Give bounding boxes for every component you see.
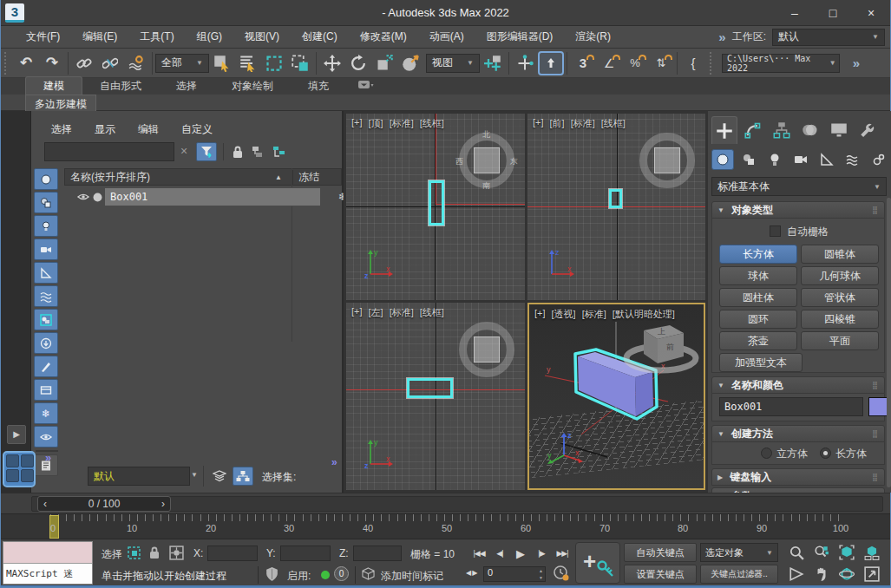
angle-snap-icon[interactable]: ∠ <box>596 51 622 75</box>
eye-icon[interactable] <box>76 193 90 201</box>
menu-file[interactable]: 文件(F) <box>15 29 71 44</box>
radio-box[interactable] <box>820 448 831 459</box>
track-bar[interactable]: 0 10 20 30 40 50 60 70 80 90 100 <box>1 513 890 539</box>
viewport-menu-shading[interactable]: [默认明暗处理] <box>613 308 675 321</box>
expand-panel-button[interactable]: ▶ <box>7 425 26 444</box>
freeze-column-header[interactable]: 冻结 <box>292 170 343 185</box>
filter-shapes-icon[interactable] <box>34 192 58 213</box>
time-slider-handle[interactable]: ‹ 0 / 100 › <box>37 496 171 512</box>
viewport-menu-shading[interactable]: [线框] <box>601 117 626 130</box>
viewport-menu-general[interactable]: [+] <box>534 308 546 321</box>
rollout-object-type[interactable]: ▼ 对象类型 ⣿ <box>711 201 885 219</box>
window-crossing-icon[interactable] <box>287 51 313 75</box>
viewport-perspective-active[interactable]: [+] [透视] [标准] [默认明暗处理] y x <box>527 303 705 490</box>
viewport-layout-tab[interactable] <box>3 451 36 487</box>
button-plane[interactable]: 平面 <box>801 331 879 350</box>
unlink-icon[interactable] <box>97 51 123 75</box>
auto-key-button[interactable]: 自动关键点 <box>624 543 697 562</box>
selection-region-icon[interactable] <box>128 546 141 563</box>
viewcube[interactable]: 北 东 南 西 <box>459 133 514 188</box>
viewport-menu-pov[interactable]: [顶] <box>369 117 383 130</box>
maxscript-macro-field[interactable] <box>3 542 92 564</box>
maximize-button[interactable]: □ <box>814 0 852 26</box>
next-frame-button[interactable]: |▶ <box>532 545 551 562</box>
use-pivot-center-icon[interactable] <box>480 51 506 75</box>
layer-hierarchy-icon[interactable] <box>233 467 253 486</box>
go-to-end-button[interactable]: ▶▶| <box>553 545 572 562</box>
scene-object-row[interactable]: Box001 ❄ <box>64 187 342 206</box>
menu-animation[interactable]: 动画(A) <box>418 29 475 44</box>
rollout-name-color[interactable]: ▼ 名称和颜色 ⣿ <box>711 376 885 394</box>
explorer-menu-edit[interactable]: 编辑 <box>138 122 159 137</box>
category-dropdown[interactable]: 标准基本体 ▼ <box>711 177 887 196</box>
ribbon-tab-freeform[interactable]: 自由形式 <box>82 77 159 95</box>
reference-coordinate-dropdown[interactable]: 视图 ▼ <box>426 54 480 73</box>
zoom-extents-icon[interactable] <box>834 541 859 563</box>
create-spacewarps-icon[interactable] <box>842 149 864 170</box>
field-of-view-icon[interactable] <box>783 563 809 585</box>
ribbon-tab-object-paint[interactable]: 对象绘制 <box>214 77 291 95</box>
filter-lights-icon[interactable] <box>34 215 58 237</box>
object-name[interactable]: Box001 <box>105 188 320 206</box>
button-sphere[interactable]: 球体 <box>719 266 797 285</box>
button-torus[interactable]: 圆环 <box>719 310 797 329</box>
snap-toggle-3d-icon[interactable]: 3 <box>570 51 596 75</box>
keyboard-override-toggle[interactable] <box>538 51 564 75</box>
create-helpers-icon[interactable] <box>816 149 838 170</box>
selected-object-dropdown[interactable]: 选定对象 ▼ <box>700 543 778 562</box>
layer-bar-overflow-icon[interactable]: » <box>331 456 337 468</box>
menu-tools[interactable]: 工具(T) <box>128 29 185 44</box>
viewport-menu-pov[interactable]: [左] <box>369 306 383 319</box>
viewport-menu-pov[interactable]: [前] <box>550 117 565 130</box>
close-button[interactable]: × <box>852 0 890 26</box>
ribbon-config-dropdown-icon[interactable] <box>351 80 381 95</box>
tab-modify[interactable] <box>740 116 766 144</box>
button-tube[interactable]: 管状体 <box>801 288 879 307</box>
select-rotate-icon[interactable] <box>345 51 371 75</box>
create-lights-icon[interactable] <box>763 149 786 170</box>
zoom-extents-all-icon[interactable] <box>859 541 884 563</box>
select-link-icon[interactable] <box>71 51 97 75</box>
radio-cube[interactable] <box>761 448 772 459</box>
radio-box-label[interactable]: 长方体 <box>835 447 867 461</box>
menu-graph-editors[interactable]: 图形编辑器(D) <box>475 29 565 44</box>
create-cameras-icon[interactable] <box>789 149 812 170</box>
object-name-field[interactable] <box>719 397 863 416</box>
toolbar-grip[interactable] <box>4 52 10 75</box>
scene-security-shield-icon[interactable] <box>265 566 279 585</box>
workspace-dropdown[interactable]: 默认 ▼ <box>772 29 885 46</box>
current-frame-field[interactable]: 0 ▲▼ <box>483 566 546 582</box>
layer-dropdown[interactable]: 默认 <box>88 467 190 486</box>
x-coordinate-field[interactable] <box>207 546 258 561</box>
filter-funnel-icon[interactable] <box>196 142 217 161</box>
select-object-icon[interactable] <box>209 51 235 75</box>
button-cone[interactable]: 圆锥体 <box>801 245 879 264</box>
selected-box-wireframe[interactable] <box>609 189 622 208</box>
filter-containers-icon[interactable] <box>34 332 58 354</box>
button-cylinder[interactable]: 圆柱体 <box>719 288 797 307</box>
ribbon-tab-modeling[interactable]: 建模 <box>25 76 82 95</box>
frame-spinner[interactable]: ▲▼ <box>539 567 543 581</box>
create-geometry-icon[interactable] <box>711 149 734 170</box>
button-geosphere[interactable]: 几何球体 <box>801 266 879 285</box>
zoom-all-icon[interactable] <box>809 541 834 563</box>
select-scale-icon[interactable] <box>371 51 397 75</box>
hierarchy-view-icon[interactable] <box>271 143 288 160</box>
viewport-menu-style[interactable]: [标准] <box>390 117 414 130</box>
viewport-menu-general[interactable]: [+] <box>351 117 363 130</box>
bind-spacewarp-icon[interactable] <box>123 51 149 75</box>
viewport-menu-general[interactable]: [+] <box>533 117 544 130</box>
viewport-menu-general[interactable]: [+] <box>351 306 363 319</box>
menubar-overflow-icon[interactable]: » <box>718 29 725 44</box>
viewport-menu-shading[interactable]: [线框] <box>420 117 444 130</box>
isolate-count-button[interactable]: 0 <box>334 566 349 581</box>
redo-button[interactable]: ↷ <box>39 51 65 75</box>
absolute-mode-icon[interactable] <box>169 546 184 563</box>
viewport-front[interactable]: [+] [前] [标准] [线框] z x <box>527 114 705 300</box>
chevron-down-icon[interactable]: ▼ <box>191 471 198 479</box>
button-teapot[interactable]: 茶壶 <box>719 331 797 350</box>
filter-groups-icon[interactable] <box>34 309 58 330</box>
filter-spacewarps-icon[interactable] <box>34 285 58 307</box>
tab-display[interactable] <box>826 116 852 144</box>
explorer-menu-customize[interactable]: 自定义 <box>181 122 213 137</box>
